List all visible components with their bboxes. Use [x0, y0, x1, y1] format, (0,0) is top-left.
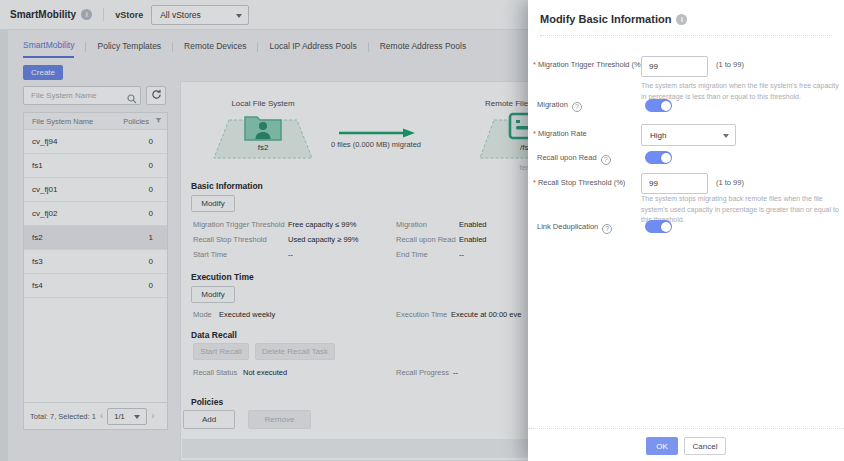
migration-trigger-threshold-label: *Migration Trigger Threshold (%)	[533, 60, 643, 69]
help-icon[interactable]: ?	[572, 102, 582, 112]
migration-rate-label: *Migration Rate	[533, 129, 587, 138]
migration-toggle[interactable]	[645, 99, 672, 112]
drawer-header: Modify Basic Information i	[528, 0, 844, 25]
drawer-separator	[540, 35, 832, 36]
trigger-range-hint: (1 to 99)	[716, 60, 744, 69]
drawer-footer: OK Cancel	[528, 428, 844, 455]
required-mark: *	[533, 129, 536, 138]
stop-help-text: The system stops migrating back remote f…	[641, 194, 844, 226]
recall-upon-read-label: Recall upon Read?	[537, 153, 611, 165]
drawer-title: Modify Basic Information	[540, 13, 671, 25]
chevron-down-icon	[723, 134, 729, 138]
migration-rate-select[interactable]: High	[641, 124, 736, 146]
link-deduplication-toggle[interactable]	[645, 220, 672, 233]
help-icon[interactable]: ?	[602, 224, 612, 234]
recall-upon-read-toggle[interactable]	[645, 151, 672, 164]
required-mark: *	[533, 60, 536, 69]
ok-button[interactable]: OK	[646, 437, 678, 455]
cancel-button[interactable]: Cancel	[684, 437, 726, 455]
info-icon[interactable]: i	[676, 14, 687, 25]
modify-basic-information-drawer: Modify Basic Information i *Migration Tr…	[528, 0, 844, 461]
trigger-help-text: The system starts migration when the fil…	[641, 81, 844, 102]
required-mark: *	[533, 178, 536, 187]
migration-rate-value: High	[650, 131, 666, 140]
migration-label: Migration?	[537, 100, 582, 112]
link-deduplication-label: Link Deduplication?	[537, 222, 612, 234]
recall-stop-threshold-input[interactable]	[641, 173, 708, 194]
screen: SmartMobility i vStore All vStores Smart…	[0, 0, 844, 461]
help-icon[interactable]: ?	[601, 155, 611, 165]
migration-trigger-threshold-input[interactable]	[641, 56, 708, 77]
recall-stop-threshold-label: *Recall Stop Threshold (%)	[533, 178, 625, 187]
stop-range-hint: (1 to 99)	[716, 178, 744, 187]
